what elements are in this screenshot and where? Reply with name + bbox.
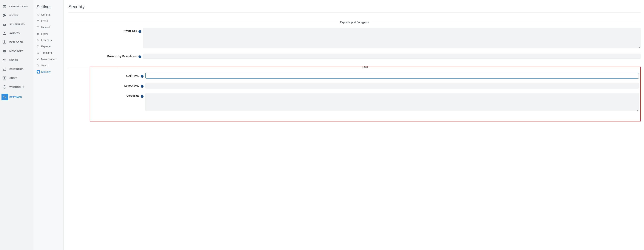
sso-highlight-box: SSO Login URL i Logout URL i bbox=[90, 67, 641, 122]
list-icon bbox=[2, 76, 9, 80]
svg-rect-2 bbox=[3, 23, 6, 24]
globe-icon bbox=[2, 85, 9, 89]
settings-nav-title: Settings bbox=[33, 3, 63, 11]
svg-rect-4 bbox=[5, 23, 6, 23]
calendar-icon bbox=[2, 22, 9, 26]
nav-item-connections[interactable]: CONNECTIONS bbox=[0, 2, 33, 11]
settings-label: Timezone bbox=[41, 51, 52, 54]
settings-label: Network bbox=[41, 26, 51, 29]
svg-rect-13 bbox=[4, 51, 5, 51]
svg-rect-28 bbox=[37, 27, 39, 28]
main-content: Security Export/Import Encryption Privat… bbox=[64, 0, 644, 250]
section-legend: SSO bbox=[360, 65, 370, 68]
svg-rect-12 bbox=[3, 51, 6, 52]
row-logout-url: Logout URL i bbox=[92, 83, 639, 89]
mail-icon bbox=[37, 19, 41, 23]
login-url-input[interactable] bbox=[146, 73, 639, 79]
private-key-label: Private Key i bbox=[68, 28, 143, 33]
info-icon[interactable]: i bbox=[138, 30, 141, 33]
nav-label: STATISTICS bbox=[9, 68, 24, 71]
nav-label: SETTINGS bbox=[9, 96, 22, 99]
svg-rect-3 bbox=[4, 23, 4, 23]
nav-item-explorer[interactable]: EXPLORER bbox=[0, 38, 33, 47]
nav-item-statistics[interactable]: STATISTICS bbox=[0, 65, 33, 74]
svg-point-8 bbox=[4, 32, 5, 33]
svg-rect-7 bbox=[4, 25, 4, 25]
row-certificate: Certificate i bbox=[92, 93, 639, 112]
logout-url-input[interactable] bbox=[146, 83, 639, 89]
settings-item-search[interactable]: Search bbox=[33, 62, 63, 69]
login-url-label: Login URL i bbox=[92, 73, 146, 78]
passphrase-label: Private Key Passphrase i bbox=[68, 54, 143, 58]
logout-url-label: Logout URL i bbox=[92, 83, 146, 88]
svg-point-25 bbox=[5, 97, 6, 98]
settings-item-security[interactable]: Security bbox=[33, 69, 63, 75]
private-key-textarea[interactable] bbox=[143, 28, 641, 48]
nav-label: AGENTS bbox=[9, 32, 20, 35]
compass-icon bbox=[37, 45, 41, 48]
nav-label: MESSAGES bbox=[9, 50, 23, 53]
svg-point-33 bbox=[37, 65, 38, 66]
archive-icon bbox=[2, 49, 9, 53]
svg-rect-9 bbox=[4, 32, 5, 32]
certificate-label: Certificate i bbox=[92, 93, 146, 98]
puzzle-icon bbox=[37, 32, 41, 35]
svg-rect-5 bbox=[4, 24, 4, 25]
certificate-textarea[interactable] bbox=[146, 93, 639, 111]
nav-label: WEBHOOKS bbox=[9, 86, 24, 88]
gear-icon bbox=[37, 13, 41, 16]
svg-rect-6 bbox=[4, 24, 5, 25]
nav-label: USERS bbox=[9, 59, 18, 62]
nav-label: AUDIT bbox=[9, 77, 17, 80]
settings-item-timezone[interactable]: Timezone bbox=[33, 50, 63, 56]
settings-item-network[interactable]: Network bbox=[33, 24, 63, 31]
nav-item-settings[interactable]: SETTINGS bbox=[0, 91, 33, 103]
info-icon[interactable]: i bbox=[141, 85, 144, 88]
section-legend: Export/Import Encryption bbox=[338, 21, 371, 24]
passphrase-input[interactable] bbox=[143, 54, 641, 59]
nav-item-users[interactable]: USERS bbox=[0, 56, 33, 65]
svg-point-26 bbox=[38, 14, 38, 15]
nav-item-webhooks[interactable]: WEBHOOKS bbox=[0, 83, 33, 91]
nav-item-audit[interactable]: AUDIT bbox=[0, 74, 33, 83]
settings-label: Explorer bbox=[41, 45, 51, 48]
nav-label: FLOWS bbox=[9, 14, 18, 17]
nav-label: SCHEDULES bbox=[9, 23, 25, 26]
settings-label: Flows bbox=[41, 32, 48, 35]
settings-item-maintenance[interactable]: Maintenance bbox=[33, 56, 63, 62]
row-passphrase: Private Key Passphrase i bbox=[68, 54, 641, 59]
clock-icon bbox=[37, 51, 41, 54]
settings-item-flows[interactable]: Flows bbox=[33, 31, 63, 37]
svg-point-16 bbox=[3, 59, 4, 60]
settings-item-email[interactable]: Email bbox=[33, 18, 63, 24]
settings-item-listeners[interactable]: Listeners bbox=[33, 37, 63, 43]
database-icon bbox=[2, 4, 9, 8]
settings-item-general[interactable]: General bbox=[33, 11, 63, 18]
chart-icon bbox=[2, 67, 9, 71]
nav-label: EXPLORER bbox=[9, 41, 23, 44]
nav-label: CONNECTIONS bbox=[9, 5, 28, 8]
row-private-key: Private Key i bbox=[68, 28, 641, 49]
nav-item-schedules[interactable]: SCHEDULES bbox=[0, 20, 33, 29]
wrench-icon bbox=[37, 57, 41, 61]
laptop-icon bbox=[37, 26, 41, 29]
svg-rect-11 bbox=[3, 50, 6, 51]
shield-icon bbox=[37, 70, 40, 74]
settings-nav: Settings General Email Network Flows Lis… bbox=[33, 0, 64, 250]
settings-label: Email bbox=[41, 20, 48, 22]
settings-item-explorer[interactable]: Explorer bbox=[33, 43, 63, 50]
primary-nav: CONNECTIONS FLOWS SCHEDULES AGENTS EXPLO… bbox=[0, 0, 33, 250]
settings-label: Maintenance bbox=[41, 58, 56, 61]
settings-label: Listeners bbox=[41, 39, 52, 42]
nav-item-messages[interactable]: MESSAGES bbox=[0, 47, 33, 56]
info-icon[interactable]: i bbox=[141, 95, 144, 98]
compass-icon bbox=[2, 40, 9, 44]
info-icon[interactable]: i bbox=[138, 55, 141, 58]
row-login-url: Login URL i bbox=[92, 73, 639, 79]
section-encryption: Export/Import Encryption Private Key i P… bbox=[68, 21, 641, 59]
settings-label: Security bbox=[41, 70, 51, 73]
info-icon[interactable]: i bbox=[141, 75, 144, 78]
nav-item-agents[interactable]: AGENTS bbox=[0, 29, 33, 38]
nav-item-flows[interactable]: FLOWS bbox=[0, 11, 33, 20]
settings-label: General bbox=[41, 13, 50, 16]
